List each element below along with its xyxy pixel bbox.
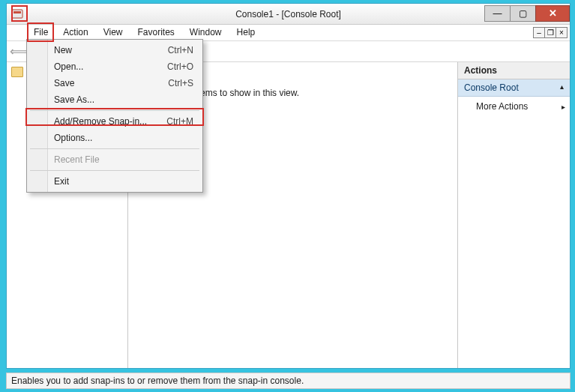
actions-pane: Actions Console Root ▴ More Actions ▸ (457, 62, 570, 368)
menu-item-recent-file: Recent File (48, 151, 202, 168)
svg-rect-0 (12, 10, 22, 18)
minimize-button[interactable]: — (484, 5, 510, 22)
menu-item-label: New (54, 45, 72, 55)
menu-gutter (27, 40, 48, 192)
menu-action[interactable]: Action (55, 25, 95, 40)
menu-item-options[interactable]: Options... (48, 130, 202, 146)
close-button[interactable]: ✕ (535, 5, 570, 22)
maximize-button[interactable]: ▢ (510, 5, 535, 22)
menu-item-new[interactable]: New Ctrl+N (48, 42, 202, 58)
menu-item-label: Recent File (54, 154, 100, 165)
file-menu-dropdown: New Ctrl+N Open... Ctrl+O Save Ctrl+S Sa… (26, 39, 203, 193)
menu-item-label: Save As... (54, 94, 94, 105)
menu-favorites[interactable]: Favorites (130, 25, 182, 40)
menu-item-label: Save (54, 78, 74, 88)
mdi-close-button[interactable]: × (556, 27, 568, 38)
statusbar: Enables you to add snap-ins to or remove… (6, 373, 571, 389)
actions-item-label: More Actions (476, 101, 528, 112)
menu-item-exit[interactable]: Exit (48, 173, 202, 190)
mdi-controls: – ❐ × (534, 25, 570, 40)
menu-item-shortcut: Ctrl+N (168, 45, 193, 55)
svg-rect-1 (13, 11, 21, 13)
menu-item-label: Exit (54, 176, 69, 187)
menu-separator (30, 110, 199, 111)
submenu-arrow-icon: ▸ (562, 103, 565, 111)
nav-back-button[interactable]: ⟸ (10, 44, 26, 59)
menu-window[interactable]: Window (182, 25, 229, 40)
menu-item-save[interactable]: Save Ctrl+S (48, 75, 202, 91)
menu-item-shortcut: Ctrl+M (166, 116, 193, 127)
menu-item-open[interactable]: Open... Ctrl+O (48, 58, 202, 75)
menu-separator (30, 170, 199, 171)
menu-item-shortcut: Ctrl+O (167, 61, 193, 72)
collapse-icon: ▴ (560, 82, 564, 93)
actions-header: Actions (458, 62, 570, 79)
mdi-minimize-button[interactable]: – (533, 27, 545, 38)
menu-item-label: Add/Remove Snap-in... (54, 116, 147, 127)
actions-section-console-root[interactable]: Console Root ▴ (458, 79, 570, 97)
menu-item-label: Open... (54, 61, 83, 72)
window-controls: — ▢ ✕ (484, 6, 570, 22)
menu-item-save-as[interactable]: Save As... (48, 91, 202, 108)
mdi-restore-button[interactable]: ❐ (544, 27, 556, 38)
menu-item-shortcut: Ctrl+S (168, 78, 193, 88)
folder-icon (11, 67, 23, 77)
mmc-app-icon (11, 8, 23, 20)
menu-help[interactable]: Help (229, 25, 263, 40)
actions-section-label: Console Root (464, 82, 519, 93)
actions-more-actions[interactable]: More Actions ▸ (458, 97, 570, 116)
menu-view[interactable]: View (96, 25, 130, 40)
menu-item-add-remove-snapin[interactable]: Add/Remove Snap-in... Ctrl+M (48, 113, 202, 130)
menu-item-label: Options... (54, 133, 92, 143)
status-text: Enables you to add snap-ins to or remove… (11, 376, 304, 386)
menu-file[interactable]: File (26, 25, 55, 40)
menu-separator (30, 148, 199, 149)
titlebar: Console1 - [Console Root] — ▢ ✕ (7, 4, 570, 25)
